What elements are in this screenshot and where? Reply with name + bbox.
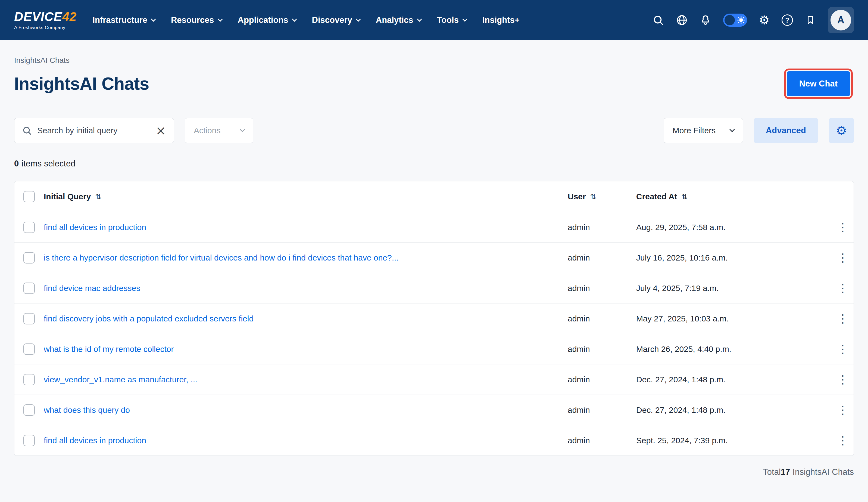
sort-icon[interactable]: ⇅ [590,192,597,201]
top-navigation-bar: DEVICE42 A Freshworks Company Infrastruc… [0,0,868,40]
row-checkbox[interactable] [23,222,35,233]
sort-icon[interactable]: ⇅ [682,192,688,201]
chat-link[interactable]: view_vendor_v1.name as manufacturer, ... [44,375,197,384]
main-content: InsightsAI Chats InsightsAI Chats New Ch… [0,40,868,477]
nav-item-tools[interactable]: Tools [437,15,467,25]
nav-item-analytics[interactable]: Analytics [376,15,421,25]
nav-item-insights[interactable]: Insights+ [482,15,520,25]
column-header-user[interactable]: User⇅ [568,192,636,201]
row-user: admin [568,253,636,262]
table-row: is there a hypervisor description field … [14,242,854,273]
gear-icon[interactable]: ⚙ [759,14,769,26]
logo-text: DEVICE42 [14,10,76,23]
chat-link[interactable]: what is the id of my remote collector [44,344,174,353]
chat-link[interactable]: find all devices in production [44,223,146,232]
search-input[interactable] [37,126,150,135]
advanced-button[interactable]: Advanced [754,118,818,143]
chevron-down-icon [356,17,361,21]
table-header-row: Initial Query⇅ User⇅ Created At⇅ [14,181,854,212]
help-icon[interactable]: ? [782,14,793,26]
row-menu-icon[interactable]: ⋮ [837,404,848,416]
row-menu-icon[interactable]: ⋮ [837,282,848,294]
chat-link[interactable]: what does this query do [44,405,130,414]
select-all-checkbox[interactable] [23,191,35,202]
chevron-down-icon [730,127,735,132]
column-header-initial-query[interactable]: Initial Query⇅ [44,192,568,201]
sort-icon[interactable]: ⇅ [95,192,101,201]
logo-subtitle: A Freshworks Company [14,25,76,30]
row-user: admin [568,436,636,445]
device42-logo[interactable]: DEVICE42 A Freshworks Company [14,10,76,30]
toolbar: × Actions More Filters Advanced ⚙ [14,118,854,143]
row-checkbox[interactable] [23,404,35,416]
selected-count-line: 0items selected [14,159,854,169]
table-row: find device mac addresses admin July 4, … [14,273,854,303]
actions-dropdown[interactable]: Actions [185,118,253,143]
chevron-down-icon [240,127,245,132]
row-menu-icon[interactable]: ⋮ [837,313,848,324]
total-suffix: InsightsAI Chats [793,467,854,477]
row-checkbox[interactable] [23,374,35,385]
row-menu-icon[interactable]: ⋮ [837,435,848,446]
row-checkbox[interactable] [23,252,35,263]
row-created-at: March 26, 2025, 4:40 p.m. [636,344,832,354]
row-menu-icon[interactable]: ⋮ [837,252,848,263]
clear-search-icon[interactable]: × [155,124,166,137]
row-created-at: Dec. 27, 2024, 1:48 p.m. [636,405,832,415]
row-menu-icon[interactable]: ⋮ [837,374,848,385]
row-checkbox[interactable] [23,313,35,324]
bookmark-icon[interactable] [805,15,816,26]
search-box: × [14,118,174,143]
chat-link[interactable]: is there a hypervisor description field … [44,253,399,262]
row-checkbox[interactable] [23,282,35,294]
nav-item-discovery[interactable]: Discovery [312,15,360,25]
breadcrumb[interactable]: InsightsAI Chats [14,56,854,65]
search-icon[interactable] [652,14,664,26]
row-user: admin [568,314,636,323]
globe-icon[interactable] [676,14,688,26]
row-created-at: Sept. 25, 2024, 7:39 p.m. [636,436,832,445]
selected-text: items selected [21,159,75,168]
main-nav: Infrastructure Resources Applications Di… [92,15,519,25]
nav-item-infrastructure[interactable]: Infrastructure [92,15,155,25]
nav-item-resources[interactable]: Resources [171,15,222,25]
notifications-bell-icon[interactable] [700,14,711,26]
row-created-at: May 27, 2025, 10:03 a.m. [636,314,832,323]
table-settings-button[interactable]: ⚙ [829,118,854,143]
nav-item-applications[interactable]: Applications [238,15,296,25]
chats-table-body: find all devices in production admin Aug… [14,212,854,455]
sun-icon [737,16,745,24]
chat-link[interactable]: find discovery jobs with a populated exc… [44,314,254,323]
row-user: admin [568,405,636,415]
selected-count: 0 [14,159,19,168]
user-avatar[interactable]: A [828,7,854,33]
avatar-initial: A [830,10,851,30]
chevron-down-icon [218,17,223,21]
title-row: InsightsAI Chats New Chat [14,71,854,96]
new-chat-button[interactable]: New Chat [787,71,850,96]
total-label: Total [763,467,781,477]
row-user: admin [568,284,636,293]
search-icon [22,126,32,135]
chat-link[interactable]: find all devices in production [44,436,146,445]
chevron-down-icon [417,17,422,21]
table-row: what does this query do admin Dec. 27, 2… [14,394,854,425]
nav-right-icons: ⚙ ? A [652,7,854,33]
row-user: admin [568,375,636,384]
column-header-created-at[interactable]: Created At⇅ [636,192,832,201]
row-created-at: July 4, 2025, 7:19 a.m. [636,284,832,293]
more-filters-dropdown[interactable]: More Filters [664,118,743,143]
row-created-at: July 16, 2025, 10:16 a.m. [636,253,832,262]
chat-link[interactable]: find device mac addresses [44,284,140,293]
theme-toggle[interactable] [723,13,747,27]
table-row: find all devices in production admin Sep… [14,425,854,455]
row-created-at: Dec. 27, 2024, 1:48 p.m. [636,375,832,384]
table-row: find discovery jobs with a populated exc… [14,303,854,334]
row-checkbox[interactable] [23,435,35,446]
row-menu-icon[interactable]: ⋮ [837,222,848,233]
row-menu-icon[interactable]: ⋮ [837,343,848,355]
chevron-down-icon [462,17,467,21]
theme-toggle-knob [724,15,735,25]
row-checkbox[interactable] [23,343,35,355]
chats-table: Initial Query⇅ User⇅ Created At⇅ find al… [14,181,854,456]
